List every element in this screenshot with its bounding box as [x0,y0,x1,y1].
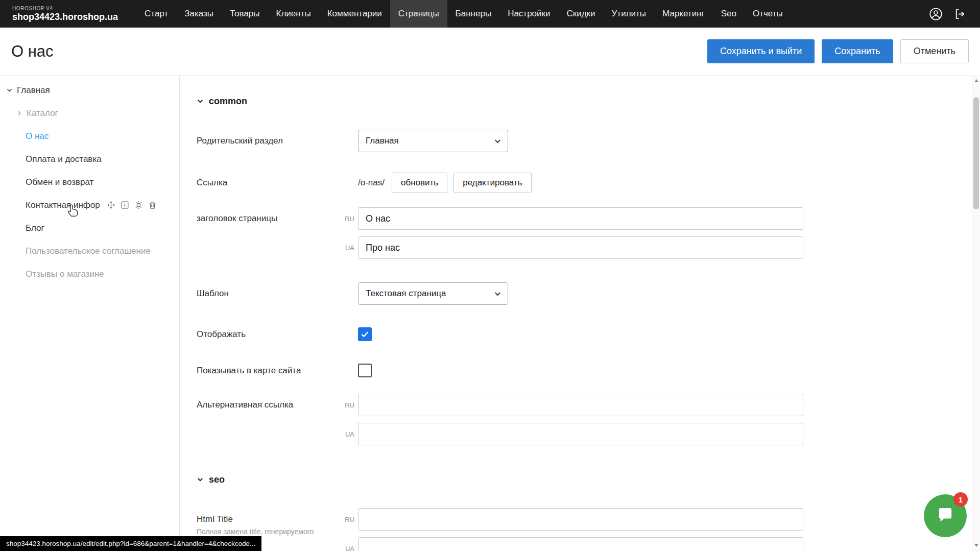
lang-row-ru: RU [344,207,803,230]
menu-pages[interactable]: Страницы [390,0,447,28]
lang-row-ua: UA [344,423,803,445]
tree-item-label: Оплата и доставка [26,154,102,164]
page-url-text: /o-nas/ [358,178,385,188]
lang-tag-ru: RU [344,401,358,409]
lang-stack: RU UA [344,394,803,445]
chat-widget-button[interactable]: 1 [924,494,967,537]
tree-item-oplata[interactable]: Оплата и доставка [0,148,179,171]
chevron-down-icon [494,290,501,298]
tree-item-kontaktnaya[interactable]: Контактная инфор [0,194,179,217]
menu-discounts[interactable]: Скидки [558,0,603,28]
edit-form: common Родительский раздел Главная Ссылк… [180,76,980,551]
menu-orders[interactable]: Заказы [176,0,222,28]
tree-item-glavnaya[interactable]: Главная [0,79,179,102]
alt-link-ua-input[interactable] [358,423,803,445]
section-seo-toggle[interactable]: seo [197,473,980,486]
chevron-right-icon[interactable] [16,110,22,116]
field-label: Отображать [197,329,358,340]
tree-item-soglashenie[interactable]: Пользовательское соглашение [0,239,179,262]
lang-tag-ru: RU [344,516,358,523]
html-title-ua-input[interactable] [358,537,803,551]
section-title: common [209,96,247,107]
field-label: Альтернативная ссылка [197,394,344,416]
menu-settings[interactable]: Настройки [499,0,558,28]
tree-item-katalog[interactable]: Каталог [0,102,179,125]
scroll-thumb[interactable] [973,97,979,209]
parent-section-select[interactable]: Главная [358,130,508,152]
alt-link-ru-input[interactable] [358,394,803,416]
tree-item-blog[interactable]: Блог [0,217,179,239]
edit-link-button[interactable]: редактировать [453,173,531,193]
menu-banners[interactable]: Баннеры [447,0,500,28]
lang-tag-ua: UA [344,244,358,252]
page-title-ua-input[interactable] [358,236,803,259]
gear-icon[interactable] [134,200,144,210]
account-icon[interactable] [929,7,943,21]
section-title: seo [209,474,225,485]
vertical-scrollbar[interactable] [972,75,980,551]
sitemap-checkbox[interactable] [358,364,372,377]
scroll-down-arrow[interactable] [972,541,980,550]
link-row: Ссылка /o-nas/ обновить редактировать [197,173,980,193]
menu-reports[interactable]: Отчеты [745,0,791,28]
tree-item-label: Каталог [27,108,58,118]
page-title-ru-input[interactable] [358,207,803,230]
tree-item-o-nas[interactable]: О нас [0,125,179,148]
logout-icon[interactable] [954,8,967,20]
trash-icon[interactable] [148,200,157,210]
status-url: shop34423.horoshop.ua/edit/edit.php?id=6… [0,536,261,551]
tree-item-label: Пользовательское соглашение [26,246,151,256]
template-select[interactable]: Текстовая страница [358,282,508,305]
display-row: Отображать [197,327,980,341]
alt-link-row: Альтернативная ссылка RU UA [197,394,980,445]
topbar: HOROSHOP V4 shop34423.horoshop.ua Старт … [0,0,980,28]
section-common-toggle[interactable]: common [197,95,980,107]
menu-clients[interactable]: Клиенты [268,0,319,28]
menu-comments[interactable]: Комментарии [319,0,390,28]
chat-badge: 1 [953,492,968,507]
chevron-down-icon[interactable] [6,87,13,93]
brand-domain: shop34423.horoshop.ua [12,12,118,22]
tree-item-obmen[interactable]: Обмен и возврат [0,171,179,194]
html-title-ru-input[interactable] [358,508,803,531]
body-area: Главная Каталог О нас Оплата и доставка … [0,75,980,551]
field-label: Html Title [197,514,344,524]
lang-row-ua: UA [344,236,803,259]
tree-item-label: Блог [26,223,44,233]
scroll-up-arrow[interactable] [972,76,980,85]
save-button[interactable]: Сохранить [822,39,893,63]
move-icon[interactable] [106,200,116,210]
lang-stack: RU UA [344,508,803,551]
save-exit-button[interactable]: Сохранить и выйти [707,39,815,63]
display-checkbox[interactable] [358,327,372,341]
menu-utilities[interactable]: Утилиты [604,0,655,28]
field-label: заголовок страницы [197,207,344,230]
cancel-button[interactable]: Отменить [900,39,969,63]
menu-marketing[interactable]: Маркетинг [654,0,713,28]
lang-row-ru: RU [344,394,803,416]
chevron-down-icon [197,476,204,483]
update-link-button[interactable]: обновить [392,173,447,193]
lang-stack: RU UA [344,207,803,259]
field-label: Ссылка [197,173,358,193]
page-tree-sidebar: Главная Каталог О нас Оплата и доставка … [0,76,180,551]
page-title-row: заголовок страницы RU UA [197,207,980,259]
tree-item-actions [106,200,157,210]
field-label: Шаблон [197,282,358,305]
select-value: Главная [366,136,399,146]
field-label: Родительский раздел [197,130,358,152]
field-label-block: Html Title Полная замена title, генериру… [197,508,344,536]
brand[interactable]: HOROSHOP V4 shop34423.horoshop.ua [0,0,131,28]
tree-item-label: Главная [17,85,50,95]
tree-item-label: Отзывы о магазине [26,269,104,279]
tree-item-otzyvy[interactable]: Отзывы о магазине [0,262,179,285]
menu-seo[interactable]: Seo [713,0,745,28]
menu-start[interactable]: Старт [136,0,176,28]
menu-products[interactable]: Товары [222,0,268,28]
lang-tag-ua: UA [344,545,358,551]
parent-section-row: Родительский раздел Главная [197,130,980,152]
add-page-icon[interactable] [120,200,130,210]
template-row: Шаблон Текстовая страница [197,282,980,305]
page-title: О нас [11,42,54,61]
topbar-right [929,0,980,28]
